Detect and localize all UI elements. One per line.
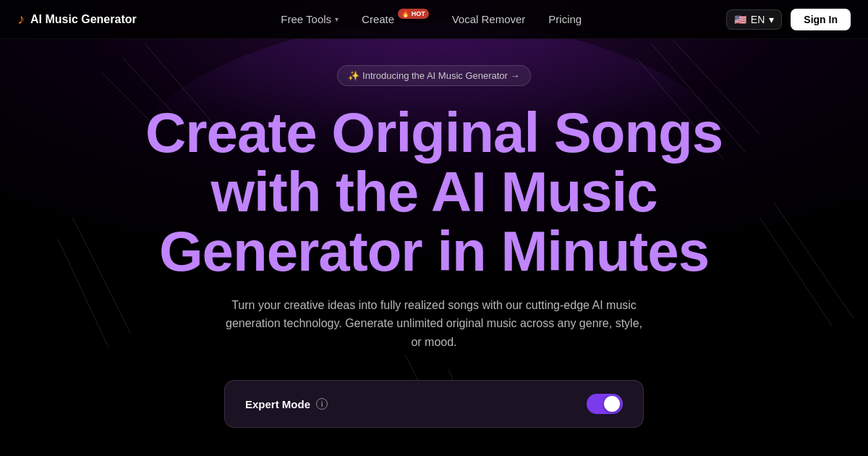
vocal-remover-label: Vocal Remover: [452, 13, 526, 25]
sign-in-button[interactable]: Sign In: [791, 9, 851, 30]
toggle-knob: [604, 396, 620, 412]
navbar: ♪ AI Music Generator Free Tools ▾ Create…: [0, 0, 868, 39]
logo-icon: ♪: [17, 11, 25, 28]
expert-mode-text: Expert Mode: [245, 398, 310, 410]
expert-mode-toggle[interactable]: [587, 394, 623, 414]
nav-left: ♪ AI Music Generator: [17, 11, 137, 28]
create-label: Create: [362, 13, 394, 25]
intro-badge[interactable]: ✨ Introducing the AI Music Generator →: [337, 65, 530, 86]
lang-code: EN: [751, 14, 765, 25]
language-selector[interactable]: 🇺🇸 EN ▾: [726, 9, 782, 30]
expert-mode-card: Expert Mode i: [224, 380, 644, 428]
hero-subtitle: Turn your creative ideas into fully real…: [224, 296, 644, 352]
free-tools-label: Free Tools: [281, 13, 331, 25]
nav-right: 🇺🇸 EN ▾ Sign In: [726, 9, 851, 30]
nav-free-tools[interactable]: Free Tools ▾: [281, 13, 339, 25]
hot-badge: 🔥 HOT: [398, 9, 429, 19]
brand-name: AI Music Generator: [30, 13, 137, 26]
nav-pricing[interactable]: Pricing: [548, 13, 582, 25]
hero-section: ✨ Introducing the AI Music Generator → C…: [0, 39, 868, 428]
lang-chevron-icon: ▾: [769, 14, 774, 25]
nav-vocal-remover[interactable]: Vocal Remover: [452, 13, 526, 25]
expert-mode-info-icon[interactable]: i: [316, 398, 328, 410]
hero-title: Create Original Songs with the AI Music …: [109, 104, 760, 282]
expert-mode-label-group: Expert Mode i: [245, 398, 328, 410]
free-tools-chevron-icon: ▾: [335, 15, 339, 23]
pricing-label: Pricing: [548, 13, 582, 25]
nav-center: Free Tools ▾ Create 🔥 HOT Vocal Remover …: [281, 13, 582, 25]
nav-create[interactable]: Create 🔥 HOT: [362, 13, 429, 25]
flag-icon: 🇺🇸: [734, 14, 746, 25]
